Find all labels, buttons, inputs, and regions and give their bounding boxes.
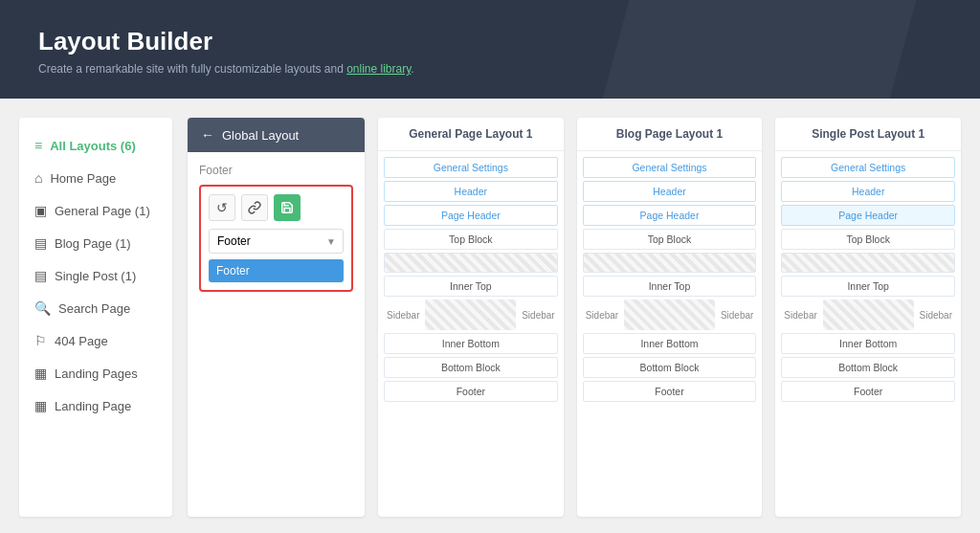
- sidebar-left-label: Sidebar: [583, 308, 621, 322]
- layout-row-sidebar: Sidebar Sidebar: [781, 300, 955, 330]
- sidebar-right-label: Sidebar: [917, 308, 955, 322]
- panel-title: Global Layout: [222, 128, 299, 143]
- sidebar-item-label: Search Page: [58, 301, 130, 316]
- layout-row-hatched-2: [583, 253, 757, 273]
- sidebar-left-label: Sidebar: [781, 308, 819, 322]
- sidebar-item-home-page[interactable]: ⌂ Home Page: [19, 162, 172, 194]
- sidebar-item-all-layouts[interactable]: ≡ All Layouts (6): [19, 129, 172, 162]
- sidebar-item-general-page[interactable]: ▣ General Page (1): [19, 194, 172, 227]
- sidebar-item-label: Landing Pages: [55, 366, 138, 381]
- layout-row-page-header[interactable]: Page Header: [781, 205, 955, 226]
- home-icon: ⌂: [34, 170, 42, 186]
- reset-button[interactable]: ↺: [209, 194, 235, 221]
- sidebar-item-label: General Page (1): [55, 204, 150, 218]
- layout-row-inner-top[interactable]: Inner Top: [384, 276, 558, 297]
- sidebar-item-label: 404 Page: [55, 334, 108, 348]
- sidebar-item-label: Single Post (1): [55, 269, 136, 283]
- general-page-layout-body: General Settings Header Page Header Top …: [378, 151, 564, 408]
- layout-row-inner-bottom[interactable]: Inner Bottom: [781, 333, 955, 354]
- dropdown-select-wrapper: Footer Header Page Header Top Block Inne…: [209, 229, 344, 254]
- dropdown-wrapper: ↺: [199, 185, 353, 292]
- layout-row-sidebar: Sidebar Sidebar: [384, 300, 558, 330]
- sidebar-item-label: Landing Page: [55, 399, 131, 413]
- sidebar-item-blog-page[interactable]: ▤ Blog Page (1): [19, 227, 172, 259]
- sidebar-item-landing-pages[interactable]: ▦ Landing Pages: [19, 357, 172, 389]
- search-icon: 🔍: [34, 300, 51, 316]
- section-label: Footer: [199, 164, 353, 177]
- blog-page-layout-title: Blog Page Layout 1: [577, 118, 763, 151]
- general-page-layout-card: General Page Layout 1 General Settings H…: [378, 118, 564, 517]
- layout-row-inner-bottom[interactable]: Inner Bottom: [384, 333, 558, 354]
- layout-row-sidebar: Sidebar Sidebar: [583, 300, 757, 330]
- main-content: ≡ All Layouts (6) ⌂ Home Page ▣ General …: [0, 99, 980, 533]
- layout-row-general-settings[interactable]: General Settings: [781, 157, 955, 178]
- save-button[interactable]: [274, 194, 301, 221]
- sidebar-middle-area: [624, 300, 715, 330]
- page-icon: ▣: [34, 203, 47, 218]
- sidebar-item-label: Home Page: [50, 171, 116, 186]
- general-page-layout-title: General Page Layout 1: [378, 118, 564, 151]
- app-header: Layout Builder Create a remarkable site …: [0, 0, 980, 99]
- toolbar-icons: ↺: [209, 194, 344, 221]
- sidebar-item-single-post[interactable]: ▤ Single Post (1): [19, 259, 172, 292]
- layout-row-inner-top[interactable]: Inner Top: [781, 276, 955, 297]
- landing-page-icon: ▦: [34, 398, 47, 413]
- layout-row-page-header[interactable]: Page Header: [384, 205, 558, 226]
- layout-row-header[interactable]: Header: [384, 181, 558, 202]
- link-button[interactable]: [241, 194, 268, 221]
- sidebar: ≡ All Layouts (6) ⌂ Home Page ▣ General …: [19, 118, 172, 517]
- app-title: Layout Builder: [38, 27, 942, 56]
- layout-row-general-settings[interactable]: General Settings: [384, 157, 558, 178]
- layout-row-bottom-block[interactable]: Bottom Block: [384, 357, 558, 378]
- warning-icon: ⚐: [34, 333, 47, 348]
- single-post-layout-body: General Settings Header Page Header Top …: [775, 151, 961, 408]
- layout-row-header[interactable]: Header: [781, 181, 955, 202]
- sidebar-item-label: All Layouts (6): [50, 139, 136, 153]
- blog-page-layout-body: General Settings Header Page Header Top …: [577, 151, 763, 408]
- single-post-layout-title: Single Post Layout 1: [775, 118, 961, 151]
- blog-icon: ▤: [34, 235, 47, 251]
- sidebar-middle-area: [823, 300, 914, 330]
- sidebar-right-label: Sidebar: [519, 308, 557, 322]
- layout-row-general-settings[interactable]: General Settings: [583, 157, 757, 178]
- layout-row-bottom-block[interactable]: Bottom Block: [583, 357, 757, 378]
- panel-body: Footer ↺: [188, 152, 365, 303]
- layout-row-hatched-1: [384, 253, 558, 273]
- app-subtitle: Create a remarkable site with fully cust…: [38, 62, 942, 76]
- global-layout-panel: ← Global Layout Footer ↺: [188, 118, 365, 517]
- layout-row-bottom-block[interactable]: Bottom Block: [781, 357, 955, 378]
- content-area: ← Global Layout Footer ↺: [188, 118, 961, 517]
- layout-row-hatched-3: [781, 253, 955, 273]
- layout-row-header[interactable]: Header: [583, 181, 757, 202]
- layout-row-top-block[interactable]: Top Block: [583, 229, 757, 250]
- layout-row-top-block[interactable]: Top Block: [781, 229, 955, 250]
- back-arrow-icon[interactable]: ←: [201, 127, 214, 143]
- single-post-layout-card: Single Post Layout 1 General Settings He…: [775, 118, 961, 517]
- selected-option[interactable]: Footer: [209, 259, 344, 282]
- layers-icon: ≡: [34, 138, 42, 153]
- sidebar-item-landing-page[interactable]: ▦ Landing Page: [19, 389, 172, 422]
- layout-row-footer[interactable]: Footer: [384, 381, 558, 402]
- sidebar-right-label: Sidebar: [718, 308, 756, 322]
- sidebar-middle-area: [425, 300, 516, 330]
- blog-page-layout-card: Blog Page Layout 1 General Settings Head…: [577, 118, 763, 517]
- layout-row-footer[interactable]: Footer: [583, 381, 757, 402]
- layout-row-inner-bottom[interactable]: Inner Bottom: [583, 333, 757, 354]
- footer-dropdown[interactable]: Footer Header Page Header Top Block Inne…: [209, 229, 344, 254]
- sidebar-item-label: Blog Page (1): [55, 236, 131, 251]
- post-icon: ▤: [34, 268, 47, 283]
- layout-row-top-block[interactable]: Top Block: [384, 229, 558, 250]
- panel-header[interactable]: ← Global Layout: [188, 118, 365, 152]
- sidebar-left-label: Sidebar: [384, 308, 422, 322]
- subtitle-link[interactable]: online library: [346, 62, 411, 76]
- layout-row-footer[interactable]: Footer: [781, 381, 955, 402]
- layout-row-page-header[interactable]: Page Header: [583, 205, 757, 226]
- sidebar-item-search-page[interactable]: 🔍 Search Page: [19, 292, 172, 324]
- landing-pages-icon: ▦: [34, 366, 47, 381]
- sidebar-item-404-page[interactable]: ⚐ 404 Page: [19, 324, 172, 357]
- layout-row-inner-top[interactable]: Inner Top: [583, 276, 757, 297]
